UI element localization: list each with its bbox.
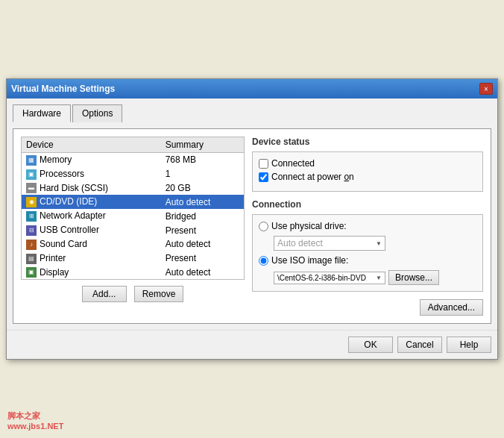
bottom-buttons: OK Cancel Help (7, 330, 497, 359)
left-panel: Device Summary ▦Memory 768 MB ▣Processor… (21, 137, 245, 316)
summary-cell: Present (161, 223, 245, 237)
main-panel: Device Summary ▦Memory 768 MB ▣Processor… (13, 128, 491, 324)
device-cell: ▤Printer (22, 251, 161, 266)
add-button[interactable]: Add... (82, 286, 127, 302)
table-row[interactable]: ⊟USB Controller Present (22, 223, 245, 237)
tab-bar: Hardware Options (13, 104, 491, 122)
cd-icon: ◉ (26, 197, 37, 207)
memory-icon: ▦ (26, 155, 37, 166)
auto-detect-dropdown-row: Auto detect ▼ (274, 236, 476, 251)
device-cell: ▦Memory (22, 153, 161, 167)
right-panel: Device status Connected Connect at power… (252, 137, 483, 316)
device-cell: ⊞Network Adapter (22, 209, 161, 223)
advanced-button[interactable]: Advanced... (420, 299, 483, 316)
ok-button[interactable]: OK (348, 337, 393, 353)
device-table: Device Summary ▦Memory 768 MB ▣Processor… (21, 137, 245, 280)
iso-input-row: \CentOS-6.2-i386-bin-DVD1.iso ▼ Browse..… (274, 270, 476, 285)
watermark-line1: 脚本之家 (7, 410, 63, 422)
table-row[interactable]: ♪Sound Card Auto detect (22, 237, 245, 251)
device-cell: ▣Display (22, 266, 161, 280)
connect-power-row: Connect at power on (259, 172, 476, 182)
left-buttons: Add... Remove (21, 286, 245, 302)
summary-cell: 768 MB (161, 153, 245, 167)
connect-power-label: Connect at power on (271, 172, 354, 182)
physical-drive-label: Use physical drive: (271, 221, 347, 231)
device-cell: ⊟USB Controller (22, 223, 161, 237)
col-device: Device (22, 137, 161, 153)
connection-box: Use physical drive: Auto detect ▼ Use IS… (252, 214, 483, 292)
dropdown-arrow-icon: ▼ (376, 240, 382, 247)
table-row[interactable]: ▣Processors 1 (22, 167, 245, 181)
sound-icon: ♪ (26, 240, 37, 250)
connected-row: Connected (259, 158, 476, 169)
content-area: Hardware Options Device Summary ▦Memory (7, 98, 497, 330)
titlebar: Virtual Machine Settings × (7, 79, 497, 98)
connected-checkbox[interactable] (259, 159, 268, 169)
physical-drive-radio[interactable] (259, 222, 268, 231)
connected-label: Connected (271, 158, 315, 169)
window-title: Virtual Machine Settings (11, 84, 115, 94)
tab-hardware[interactable]: Hardware (13, 104, 71, 122)
close-button[interactable]: × (479, 83, 493, 95)
print-icon: ▤ (26, 254, 37, 264)
summary-cell: 20 GB (161, 181, 245, 195)
summary-cell: 1 (161, 167, 245, 181)
device-cell: ▣Processors (22, 167, 161, 181)
auto-detect-dropdown[interactable]: Auto detect ▼ (274, 236, 385, 251)
summary-cell: Auto detect (161, 266, 245, 280)
cpu-icon: ▣ (26, 169, 37, 180)
summary-cell: Auto detect (161, 237, 245, 251)
usb-icon: ⊟ (26, 225, 37, 236)
table-row[interactable]: ▦Memory 768 MB (22, 153, 245, 167)
connection-label: Connection (252, 199, 483, 210)
table-row[interactable]: ▣Display Auto detect (22, 266, 245, 280)
hdd-icon: ▬ (26, 183, 37, 193)
browse-button[interactable]: Browse... (388, 270, 439, 285)
connect-power-checkbox[interactable] (259, 172, 268, 182)
watermark: 脚本之家 www.jbs1.NET (7, 410, 63, 431)
main-window: Virtual Machine Settings × Hardware Opti… (6, 78, 498, 360)
iso-dropdown-arrow-icon: ▼ (376, 275, 382, 281)
iso-path-display[interactable]: \CentOS-6.2-i386-bin-DVD1.iso ▼ (274, 272, 385, 284)
table-row[interactable]: ⊞Network Adapter Bridged (22, 209, 245, 223)
device-status-box: Connected Connect at power on (252, 151, 483, 192)
summary-cell: Bridged (161, 209, 245, 223)
summary-cell: Present (161, 251, 245, 266)
iso-file-label: Use ISO image file: (271, 255, 348, 266)
remove-button[interactable]: Remove (134, 286, 184, 302)
net-icon: ⊞ (26, 211, 37, 222)
device-cell: ◉CD/DVD (IDE) (22, 195, 161, 209)
auto-detect-value: Auto detect (277, 238, 323, 248)
advanced-row: Advanced... (252, 299, 483, 316)
table-row[interactable]: ◉CD/DVD (IDE) Auto detect (22, 195, 245, 209)
iso-path-value: \CentOS-6.2-i386-bin-DVD1.iso (277, 274, 367, 282)
iso-file-row: Use ISO image file: (259, 255, 476, 266)
table-row[interactable]: ▤Printer Present (22, 251, 245, 266)
cancel-button[interactable]: Cancel (397, 337, 442, 353)
help-button[interactable]: Help (447, 337, 491, 353)
table-row[interactable]: ▬Hard Disk (SCSI) 20 GB (22, 181, 245, 195)
physical-drive-row: Use physical drive: (259, 221, 476, 231)
display-icon: ▣ (26, 267, 37, 278)
watermark-line2: www.jbs1.NET (7, 422, 63, 431)
summary-cell: Auto detect (161, 195, 245, 209)
col-summary: Summary (161, 137, 245, 153)
iso-file-radio[interactable] (259, 256, 268, 266)
tab-options[interactable]: Options (72, 104, 122, 122)
device-cell: ♪Sound Card (22, 237, 161, 251)
device-status-label: Device status (252, 137, 483, 147)
device-cell: ▬Hard Disk (SCSI) (22, 181, 161, 195)
